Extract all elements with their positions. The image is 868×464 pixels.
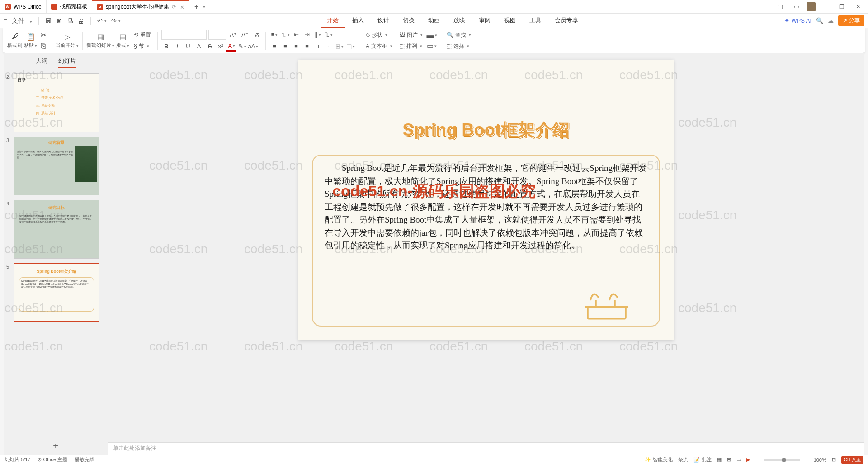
beautify-button[interactable]: ✨智能美化: [645, 456, 673, 463]
format-painter-button[interactable]: 🖌 格式刷: [7, 32, 22, 49]
ribbon-tab-view[interactable]: 视图: [498, 14, 522, 28]
new-slide-button[interactable]: ▦ 新建幻灯片: [86, 32, 114, 49]
tab-templates[interactable]: 找稻壳模板: [47, 0, 92, 13]
find-button[interactable]: 🔍查找: [444, 30, 474, 40]
slideshow-view-icon[interactable]: ▶: [746, 457, 750, 463]
align-justify-icon[interactable]: ≡: [302, 42, 312, 52]
slide-body-box[interactable]: Spring Boot是近几年最为流行的后台开发框架，它的诞生一改过去Sprin…: [312, 155, 660, 327]
undo-button[interactable]: ↶: [97, 17, 107, 24]
close-window-icon[interactable]: ✕: [852, 0, 864, 13]
cut-icon[interactable]: ✂: [39, 31, 48, 40]
arrange-button[interactable]: ⬚排列: [397, 42, 425, 51]
zoom-out-icon[interactable]: −: [755, 457, 758, 463]
share-button[interactable]: ↗分享: [838, 15, 864, 26]
slide-canvas[interactable]: Spring Boot框架介绍 Spring Boot是近几年最为流行的后台开发…: [298, 60, 674, 340]
canvas-scroll[interactable]: Spring Boot框架介绍 Spring Boot是近几年最为流行的后台开发…: [108, 53, 864, 442]
maximize-icon[interactable]: ❐: [835, 0, 848, 13]
section-button[interactable]: §节: [131, 42, 154, 51]
ribbon-tab-slideshow[interactable]: 放映: [447, 14, 472, 28]
slides-tab[interactable]: 幻灯片: [58, 57, 76, 68]
new-tab-button[interactable]: +: [192, 3, 201, 11]
flow-button[interactable]: 条流: [678, 456, 688, 463]
shape-button[interactable]: ◇形状: [363, 30, 395, 40]
bold-icon[interactable]: B: [161, 42, 171, 52]
close-icon[interactable]: ×: [180, 4, 184, 11]
align-dropdown-icon[interactable]: ⊞: [335, 42, 344, 52]
zoom-level[interactable]: 100%: [814, 457, 826, 463]
highlight-icon[interactable]: ✎: [237, 42, 247, 52]
zoom-in-icon[interactable]: +: [805, 457, 808, 463]
clear-format-icon[interactable]: A̷: [252, 30, 262, 40]
add-slide-button[interactable]: +: [4, 437, 108, 455]
ribbon-tab-design[interactable]: 设计: [371, 14, 396, 28]
wps-ai-button[interactable]: ✦WPS AI: [784, 17, 811, 24]
textbox-button[interactable]: A文本框: [363, 42, 395, 51]
font-name-select[interactable]: [161, 30, 207, 40]
redo-button[interactable]: ↷: [111, 17, 121, 24]
search-icon[interactable]: 🔍: [816, 17, 823, 24]
save-icon[interactable]: 🖫: [45, 17, 52, 24]
notes-pane[interactable]: 单击此处添加备注: [108, 442, 864, 455]
fill-icon[interactable]: ▬: [427, 31, 436, 40]
ribbon-tab-review[interactable]: 审阅: [472, 14, 497, 28]
paste-button[interactable]: 📋 粘贴: [24, 32, 37, 49]
bullets-icon[interactable]: ≡: [269, 30, 279, 40]
app-menu-icon[interactable]: ≡: [4, 17, 7, 24]
shadow-icon[interactable]: A: [194, 42, 204, 52]
file-menu-caret[interactable]: [29, 17, 32, 24]
decrease-indent-icon[interactable]: ⇤: [291, 30, 301, 40]
zoom-slider[interactable]: [764, 459, 800, 461]
ribbon-tab-member[interactable]: 会员专享: [548, 14, 585, 28]
user-avatar[interactable]: [807, 2, 816, 11]
select-button[interactable]: ⬚选择: [444, 42, 474, 51]
ribbon-tab-animation[interactable]: 动画: [422, 14, 446, 28]
thumbnail-selected[interactable]: 5 Spring Boot框架介绍 Spring Boot是近几年最为流行的后台…: [7, 263, 104, 322]
ribbon-tab-insert[interactable]: 插入: [346, 14, 370, 28]
line-spacing-icon[interactable]: ‖: [313, 30, 323, 40]
tab-wps-home[interactable]: W WPS Office: [0, 0, 47, 13]
outline-icon[interactable]: ▭: [427, 42, 436, 51]
increase-font-icon[interactable]: A⁺: [228, 30, 238, 40]
tab-list-dropdown[interactable]: ▾: [203, 4, 205, 9]
text-direction-icon[interactable]: ⇅: [324, 30, 334, 40]
ribbon-tab-start[interactable]: 开始: [321, 14, 345, 28]
fit-window-icon[interactable]: ⊡: [832, 457, 836, 463]
notes-button[interactable]: 📝批注: [693, 456, 712, 463]
underline-icon[interactable]: U: [183, 42, 193, 52]
font-size-select[interactable]: [208, 30, 226, 40]
font-color-icon[interactable]: A: [226, 42, 236, 52]
slide-title[interactable]: Spring Boot框架介绍: [298, 118, 674, 142]
decrease-font-icon[interactable]: A⁻: [240, 30, 250, 40]
smartart-icon[interactable]: ◫: [345, 42, 355, 52]
slide-body-text[interactable]: Spring Boot是近几年最为流行的后台开发框架，它的诞生一改过去Sprin…: [325, 162, 647, 252]
reset-button[interactable]: ⟲重置: [131, 30, 154, 40]
thumbnail-list[interactable]: 2 目录 一. 绪 论 二. 开发技术介绍 三. 系统分析 四. 系统设计 3 …: [4, 71, 108, 437]
distribute-icon[interactable]: ⫞: [313, 42, 323, 52]
ribbon-tab-tools[interactable]: 工具: [523, 14, 547, 28]
copy-icon[interactable]: ⎘: [39, 42, 48, 51]
ribbon-tab-transition[interactable]: 切换: [396, 14, 421, 28]
cloud-sync-icon[interactable]: ☁: [828, 17, 834, 24]
sorter-view-icon[interactable]: ⊞: [727, 457, 731, 463]
increase-indent-icon[interactable]: ⇥: [302, 30, 312, 40]
tab-document[interactable]: P springboot大学生心理健康 ⟳ ×: [92, 0, 189, 13]
thumbnail[interactable]: 3 研究背景 随着科学技术发展，计算机已成为人们生活中必不可少的生活办公工具，在…: [7, 137, 104, 195]
print-icon[interactable]: 🖶: [67, 17, 73, 24]
thumbnail[interactable]: 2 目录 一. 绪 论 二. 开发技术介绍 三. 系统分析 四. 系统设计: [7, 73, 104, 132]
align-right-icon[interactable]: ≡: [291, 42, 301, 52]
align-center-icon[interactable]: ≡: [280, 42, 290, 52]
export-icon[interactable]: 🗎: [56, 17, 62, 24]
start-from-current-button[interactable]: ▷ 当前开始: [56, 32, 79, 49]
align-left-icon[interactable]: ≡: [269, 42, 279, 52]
outline-tab[interactable]: 大纲: [36, 57, 47, 68]
ime-indicator[interactable]: CH 八至: [841, 456, 863, 464]
numbering-icon[interactable]: ⒈: [280, 30, 290, 40]
change-case-icon[interactable]: aA: [248, 42, 258, 52]
superscript-icon[interactable]: x²: [216, 42, 226, 52]
normal-view-icon[interactable]: ▦: [717, 457, 722, 463]
minimize-icon[interactable]: ―: [819, 0, 832, 13]
print-preview-icon[interactable]: 🖨: [78, 17, 84, 24]
italic-icon[interactable]: I: [172, 42, 182, 52]
strike-icon[interactable]: S: [205, 42, 215, 52]
thumbnail[interactable]: 4 研究目标 学生健康问题的考虑因素有很多…人们的意识主要有两方面，一方面是生活…: [7, 200, 104, 259]
